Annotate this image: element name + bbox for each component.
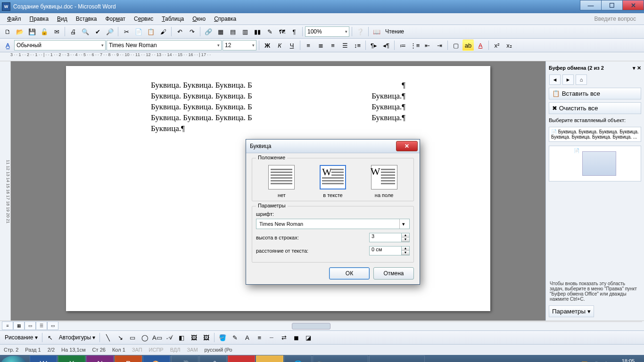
- arrow-style-icon[interactable]: ⇄: [278, 332, 289, 343]
- insert-table-icon[interactable]: ▤: [227, 26, 239, 37]
- ruler-vertical[interactable]: 11 12 13 14 15 16 17 18 19 20 21: [0, 61, 11, 321]
- ok-button[interactable]: ОК: [329, 267, 370, 280]
- help-icon[interactable]: ❔: [355, 26, 366, 37]
- numbered-list-icon[interactable]: ≔: [397, 40, 408, 51]
- diagram-icon[interactable]: ◧: [176, 332, 187, 343]
- options-button[interactable]: Параметры ▾: [549, 305, 594, 317]
- subscript-icon[interactable]: x₂: [504, 40, 515, 51]
- mail-icon[interactable]: ✉: [51, 26, 62, 37]
- doc-text[interactable]: Буквица.¶: [372, 91, 405, 102]
- taskbar-media-window[interactable]: 💽 Media (D:): [313, 355, 368, 362]
- align-right-icon[interactable]: ≡: [327, 40, 339, 51]
- menu-insert[interactable]: Вставка: [72, 14, 101, 24]
- taskbar-powerpoint-icon[interactable]: P: [115, 355, 142, 362]
- decrease-indent-icon[interactable]: ⇤: [421, 40, 433, 51]
- textbox-icon[interactable]: A▭: [151, 332, 163, 343]
- tray-time[interactable]: 18:05: [615, 358, 641, 362]
- font-select[interactable]: Times New Roman: [256, 219, 410, 229]
- height-input[interactable]: 3▲▼: [369, 233, 410, 242]
- open-icon[interactable]: 📂: [14, 26, 25, 37]
- dialog-titlebar[interactable]: Буквица ✕: [246, 140, 420, 153]
- distance-spinner[interactable]: ▲▼: [401, 247, 409, 255]
- font-combo[interactable]: Times New Roman: [107, 40, 222, 50]
- taskbar-explorer-icon[interactable]: 📁: [256, 355, 283, 362]
- shadow-icon[interactable]: ◼: [290, 332, 302, 343]
- start-button[interactable]: [1, 356, 26, 362]
- dash-style-icon[interactable]: ┈: [266, 332, 277, 343]
- bold-icon[interactable]: Ж: [262, 40, 273, 51]
- status-track[interactable]: ИСПР: [149, 347, 164, 353]
- doc-text[interactable]: Буквица.¶: [372, 102, 405, 113]
- cut-icon[interactable]: ✂: [121, 26, 132, 37]
- copy-icon[interactable]: 📄: [133, 26, 144, 37]
- print-icon[interactable]: 🖨: [67, 26, 79, 37]
- rectangle-icon[interactable]: ▭: [127, 332, 138, 343]
- taskbar-app-icon[interactable]: 🖊: [199, 355, 227, 362]
- distance-input[interactable]: 0 см▲▼: [369, 246, 410, 255]
- menu-view[interactable]: Вид: [53, 14, 72, 24]
- print-view-icon[interactable]: ▭: [25, 321, 36, 330]
- option-none[interactable]: нет: [268, 165, 295, 198]
- menu-format[interactable]: Формат: [101, 14, 130, 24]
- align-center-icon[interactable]: ≣: [315, 40, 326, 51]
- menu-edit[interactable]: Правка: [25, 14, 53, 24]
- horizontal-scrollbar[interactable]: [58, 321, 642, 330]
- doc-map-icon[interactable]: 🗺: [276, 26, 288, 37]
- redo-icon[interactable]: ↷: [186, 26, 198, 37]
- taskbar-onenote-icon[interactable]: N: [86, 355, 114, 362]
- menu-help[interactable]: Справка: [210, 14, 240, 24]
- select-objects-icon[interactable]: ↖: [45, 332, 56, 343]
- clipboard-item-image[interactable]: 📄: [549, 146, 641, 181]
- new-doc-icon[interactable]: 🗋: [2, 26, 13, 37]
- outline-view-icon[interactable]: ☰: [36, 321, 47, 330]
- italic-icon[interactable]: К: [274, 40, 285, 51]
- status-rec[interactable]: ЗАП: [132, 347, 142, 353]
- reading-layout-icon[interactable]: 📖: [371, 26, 382, 37]
- web-view-icon[interactable]: ▦: [13, 321, 25, 330]
- menu-window[interactable]: Окно: [188, 14, 210, 24]
- highlight-icon[interactable]: ab: [462, 40, 474, 51]
- doc-text[interactable]: Буквица. Буквица. Буквица. Б: [151, 113, 252, 123]
- paste-all-button[interactable]: 📋 Вставить все: [549, 88, 641, 99]
- taskbar-app-icon[interactable]: 🔊: [171, 355, 198, 362]
- paste-icon[interactable]: 📋: [145, 26, 157, 37]
- permissions-icon[interactable]: 🔓: [39, 26, 50, 37]
- font-color-icon[interactable]: A: [475, 40, 486, 51]
- menu-tools[interactable]: Сервис: [130, 14, 157, 24]
- line-spacing-icon[interactable]: ↕≡: [352, 40, 363, 51]
- drawing-menu[interactable]: Рисование ▾: [3, 334, 40, 341]
- ltr-icon[interactable]: ¶▸: [368, 40, 380, 51]
- cancel-button[interactable]: Отмена: [373, 267, 414, 280]
- autoshapes-menu[interactable]: Автофигуры ▾: [57, 334, 98, 341]
- tables-borders-icon[interactable]: ▦: [215, 26, 226, 37]
- doc-text[interactable]: Буквица. Буквица. Буквица. Б: [151, 102, 252, 113]
- font-color-draw-icon[interactable]: A: [241, 332, 253, 343]
- doc-text[interactable]: Буквица. Буквица. Буквица. Б: [151, 91, 252, 102]
- taskbar-word-icon[interactable]: W: [30, 355, 57, 362]
- bulleted-list-icon[interactable]: ⋮≡: [409, 40, 421, 51]
- oval-icon[interactable]: ◯: [139, 332, 150, 343]
- status-ext[interactable]: ВДЛ: [170, 347, 181, 353]
- clear-all-button[interactable]: ✖ Очистить все: [549, 102, 641, 114]
- styles-pane-icon[interactable]: A̲: [2, 40, 13, 51]
- doc-text[interactable]: ¶: [402, 80, 405, 91]
- status-ovr[interactable]: ЗАМ: [187, 347, 198, 353]
- excel-icon[interactable]: ▥: [239, 26, 251, 37]
- hyperlink-icon[interactable]: 🔗: [203, 26, 214, 37]
- taskbar-chrome-icon[interactable]: 🌐: [284, 355, 312, 362]
- reading-label[interactable]: Чтение: [383, 28, 406, 35]
- spellcheck-icon[interactable]: ✔: [92, 26, 103, 37]
- undo-icon[interactable]: ↶: [174, 26, 185, 37]
- doc-text[interactable]: Буквица.¶: [151, 124, 185, 133]
- wordart-icon[interactable]: 𝒜: [164, 332, 175, 343]
- taskbar-paint-icon[interactable]: 🎨: [143, 355, 170, 362]
- height-spinner[interactable]: ▲▼: [401, 233, 409, 242]
- align-left-icon[interactable]: ≡: [303, 40, 314, 51]
- line-style-icon[interactable]: ≡: [254, 332, 265, 343]
- clipart-icon[interactable]: 🖼: [188, 332, 199, 343]
- line-icon[interactable]: ╲: [102, 332, 114, 343]
- picture-icon[interactable]: 🖼: [200, 332, 212, 343]
- drawing-icon[interactable]: ✎: [264, 26, 275, 37]
- taskpane-forward-icon[interactable]: ►: [562, 74, 574, 85]
- research-icon[interactable]: 🔎: [104, 26, 116, 37]
